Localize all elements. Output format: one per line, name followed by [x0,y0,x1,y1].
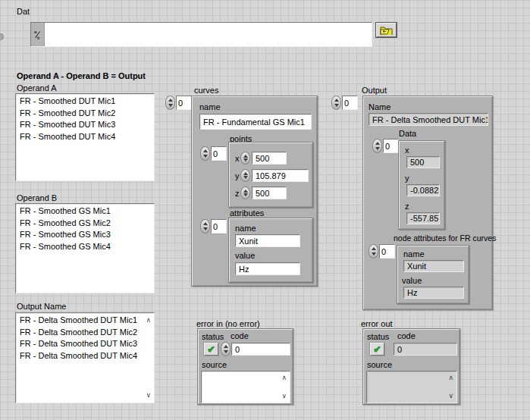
attr-name-label: name [235,224,256,234]
output-index-value[interactable]: 0 [342,96,358,110]
attr-name-field[interactable]: Xunit [235,234,300,247]
y-value-field[interactable]: 105.879 [252,169,309,182]
code-spinner-icon[interactable] [221,342,231,356]
error-out-source-label: source [367,360,392,370]
points-index-spinner[interactable]: 0 [200,146,227,161]
data-index-spinner[interactable]: 0 [372,139,399,153]
output-name-listbox[interactable]: FR - Delta Smoothed DUT Mic1 FR - Delta … [15,312,155,403]
connector-dot [0,33,4,40]
node-attributes-index-value[interactable]: 0 [379,244,395,259]
attr-value-field[interactable]: Hz [235,262,300,275]
path-type-icon: a b [31,23,45,46]
increment-decrement-icon[interactable] [200,219,210,234]
curve-name-label: name [199,102,221,112]
output-index-spinner[interactable]: 0 [331,96,358,110]
list-item[interactable]: FR - Delta Smoothed DUT Mic4 [20,350,154,362]
scroll-down-icon[interactable]: ∨ [281,393,287,400]
error-in-code-field[interactable]: 0 [231,343,290,356]
list-item[interactable]: FR - Smoothed DUT Mic1 [20,96,154,108]
x-value-field[interactable]: 500 [252,152,287,165]
increment-decrement-icon[interactable] [368,244,378,259]
curves-cluster: name FR - Fundamental GS Mic1 points 0 x… [191,96,318,287]
list-item[interactable]: FR - Smoothed DUT Mic2 [20,108,154,120]
curve-name-field[interactable]: FR - Fundamental GS Mic1 [199,114,312,130]
operand-a-listbox[interactable]: FR - Smoothed DUT Mic1 FR - Smoothed DUT… [15,93,155,181]
curves-label: curves [194,86,218,96]
list-item[interactable]: FR - Delta Smoothed DUT Mic2 [20,327,154,339]
status-ok-icon: ✔ [207,344,215,355]
error-out-status-label: status [367,332,389,342]
folder-icon [380,26,393,35]
attributes-index-spinner[interactable]: 0 [200,219,227,234]
operand-a-label: Operand A [17,83,57,93]
points-index-value[interactable]: 0 [211,146,227,161]
z-value-field[interactable]: 500 [252,186,287,199]
data-label: Data [399,129,416,139]
node-attributes-index-spinner[interactable]: 0 [368,244,395,259]
error-in-cluster: status ✔ code 0 source ∧ ∨ [197,328,293,405]
operand-b-label: Operand B [17,193,57,203]
list-item[interactable]: FR - Delta Smoothed DUT Mic3 [20,338,154,350]
increment-decrement-icon[interactable] [372,139,382,153]
node-attr-value-field: Hz [403,287,464,299]
file-path-control[interactable]: a b [30,22,372,47]
output-cluster: Name FR - Delta Smoothed DUT Mic1 Data 0… [362,96,493,310]
scroll-down-icon[interactable]: ∨ [448,393,453,400]
z-spinner-icon[interactable] [240,186,250,199]
data-x-label: x [405,146,409,155]
curves-index-spinner[interactable]: 0 [165,96,192,110]
node-attr-value-label: value [402,276,422,286]
error-out-cluster: status ✔ code 0 source ∧ ∨ [362,328,460,405]
y-label: y [235,171,240,181]
node-attributes-cluster: name Xunit value Hz [397,245,469,304]
output-name-label: Output Name [17,302,66,312]
list-item[interactable]: FR - Smoothed GS Mic2 [20,218,154,230]
y-spinner-icon[interactable] [240,169,250,182]
output-label: Output [362,86,387,96]
data-index-value[interactable]: 0 [383,139,399,153]
file-path-input[interactable] [45,23,372,46]
increment-decrement-icon[interactable] [200,146,210,161]
browse-button[interactable] [376,23,397,37]
error-out-code-label: code [397,331,416,341]
scroll-up-icon[interactable]: ∧ [448,375,453,381]
scroll-up-icon[interactable]: ∧ [146,317,151,324]
error-in-source-label: source [202,360,227,370]
x-spinner-icon[interactable] [240,152,250,165]
list-item[interactable]: FR - Smoothed GS Mic1 [20,205,154,218]
curves-index-value[interactable]: 0 [176,96,192,110]
attr-value-label: value [235,251,255,261]
increment-decrement-icon[interactable] [165,96,175,110]
list-item[interactable]: FR - Smoothed GS Mic3 [20,229,154,241]
error-out-status-indicator: ✔ [370,343,384,356]
list-item[interactable]: FR - Smoothed DUT Mic3 [20,119,154,131]
scroll-up-icon[interactable]: ∧ [281,375,287,381]
node-attributes-label: node attributes for FR curves [394,234,496,243]
data-z-field: -557.857 [406,212,440,224]
node-attr-name-field: Xunit [403,260,464,272]
data-y-field: -0.08823 [406,184,440,196]
error-out-source-field: ∧ ∨ [366,371,457,403]
data-x-field: 500 [406,156,440,168]
x-label: x [235,154,240,164]
section-title: Operand A - Operand B = Output [17,71,146,81]
svg-text:a: a [34,30,37,34]
list-item[interactable]: FR - Smoothed DUT Mic4 [20,131,154,143]
attributes-cluster: name Xunit value Hz [228,218,313,283]
error-in-source-field[interactable]: ∧ ∨ [201,371,290,403]
error-in-status-toggle[interactable]: ✔ [204,343,218,356]
status-ok-icon: ✔ [373,344,381,355]
data-z-label: z [405,202,409,212]
scroll-down-icon[interactable]: ∨ [146,392,151,399]
attributes-index-value[interactable]: 0 [211,219,227,234]
increment-decrement-icon[interactable] [331,96,341,110]
points-cluster: x 500 y 105.879 z 500 [228,142,313,208]
data-y-label: y [405,174,409,183]
operand-b-listbox[interactable]: FR - Smoothed GS Mic1 FR - Smoothed GS M… [15,203,155,293]
output-name-field: FR - Delta Smoothed DUT Mic1 [368,113,488,126]
error-in-status-label: status [202,332,224,342]
list-item[interactable]: FR - Smoothed GS Mic4 [20,241,154,253]
list-item[interactable]: FR - Delta Smoothed DUT Mic1 [20,315,154,327]
node-attr-name-label: name [403,249,425,259]
z-label: z [235,189,240,199]
